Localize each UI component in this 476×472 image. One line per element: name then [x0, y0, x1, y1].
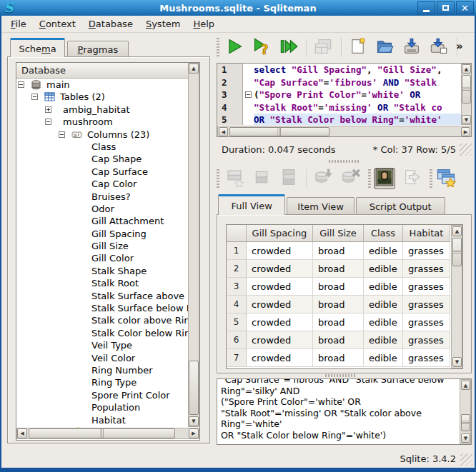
table-cell[interactable]: edible: [364, 260, 403, 278]
run-sql-button[interactable]: [224, 37, 245, 59]
row-number-cell[interactable]: 6: [227, 331, 247, 349]
tree-horizontal-scrollbar[interactable]: ◀ ▶: [16, 428, 199, 439]
table-cell[interactable]: crowded: [247, 331, 313, 349]
tree-header-database[interactable]: Database: [16, 63, 188, 79]
table-cell[interactable]: grasses: [403, 296, 450, 313]
menu-system[interactable]: System: [139, 16, 187, 31]
remove-row-button[interactable]: [251, 168, 272, 189]
explain-sql-button[interactable]: ?: [251, 37, 272, 59]
table-cell[interactable]: crowded: [247, 313, 313, 331]
row-number-cell[interactable]: 3: [227, 278, 247, 296]
tree-item-stalk-surface-below-r[interactable]: Stalk Surface below R: [16, 302, 188, 314]
run-all-sql-button[interactable]: [278, 37, 299, 59]
tree-item-tables-2-[interactable]: Tables (2): [16, 91, 188, 103]
collapse-icon[interactable]: [45, 119, 51, 125]
tree-vertical-scrollbar[interactable]: ▲ ▼: [188, 63, 199, 427]
tree-item-columns-23-[interactable]: aColumns (23): [16, 129, 188, 141]
tab-full-view[interactable]: Full View: [218, 194, 285, 215]
collapse-icon[interactable]: [59, 131, 65, 138]
tree-item-cap-surface[interactable]: Cap Surface: [16, 166, 188, 178]
table-scroll-thumb[interactable]: [452, 238, 462, 266]
tree-item-veil-color[interactable]: Veil Color: [16, 352, 188, 364]
tab-script-output[interactable]: Script Output: [356, 197, 445, 215]
editor-text-area[interactable]: select "Gill Spacing", "Gill Size","Cap …: [254, 64, 461, 125]
table-cell[interactable]: grasses: [403, 278, 450, 296]
editor-line[interactable]: OR "Stalk Color below Ring"='white': [254, 114, 461, 125]
editor-scroll-up-icon[interactable]: ▲: [462, 64, 471, 74]
menu-file[interactable]: File: [4, 16, 33, 31]
table-cell[interactable]: broad: [313, 349, 364, 367]
editor-line[interactable]: ("Spore Print Color"='white' OR: [254, 89, 461, 101]
tree-scroll-up-icon[interactable]: ▲: [189, 64, 199, 74]
results-table-body[interactable]: 1crowdedbroadediblegrasses2crowdedbroade…: [227, 242, 462, 367]
table-row[interactable]: 2crowdedbroadediblegrasses: [227, 260, 462, 278]
tree-hscroll-thumb[interactable]: [29, 428, 175, 438]
editor-scroll-down-icon[interactable]: ▼: [462, 115, 471, 124]
menu-context[interactable]: Context: [33, 16, 82, 31]
tree-item-cap-shape[interactable]: Cap Shape: [16, 153, 188, 165]
window-size-grip[interactable]: [460, 453, 472, 466]
rollback-transaction-button[interactable]: [339, 168, 361, 189]
row-number-cell[interactable]: 1: [227, 242, 247, 260]
row-number-cell[interactable]: 4: [227, 296, 247, 313]
editor-vertical-scrollbar[interactable]: ▲ ▼: [461, 64, 472, 125]
menu-help[interactable]: Help: [187, 16, 221, 31]
tree-scroll-thumb[interactable]: [189, 361, 199, 415]
tree-item-cap-color[interactable]: Cap Color: [16, 178, 188, 190]
table-scroll-up-icon[interactable]: ▲: [452, 226, 462, 236]
table-cell[interactable]: edible: [364, 296, 403, 313]
tree-item-stalk-color-below-ring[interactable]: Stalk Color below Ring: [16, 327, 188, 339]
tree-item-gill-size[interactable]: Gill Size: [16, 240, 188, 252]
log-scroll-down-icon[interactable]: ▼: [461, 433, 470, 443]
table-cell[interactable]: crowded: [247, 278, 313, 296]
tree-item-gill-spacing[interactable]: Gill Spacing: [16, 228, 188, 240]
editor-line[interactable]: "Stalk Root"='missing' OR "Stalk co: [254, 101, 461, 114]
column-header-class[interactable]: Class: [364, 225, 403, 242]
table-row[interactable]: 7crowdedbroadediblegrasses: [227, 349, 462, 367]
table-corner-cell[interactable]: [227, 225, 247, 242]
toolbar-handle[interactable]: [217, 169, 219, 188]
titlebar[interactable]: S Mushrooms.sqlite - Sqliteman ✕: [0, 0, 476, 16]
table-row[interactable]: 4crowdedbroadediblegrasses: [227, 296, 462, 313]
table-row[interactable]: 5crowdedbroadediblegrasses: [227, 313, 462, 331]
tree-item-gill-attachment[interactable]: Gill Attachment: [16, 215, 188, 227]
tree-item-gill-color[interactable]: Gill Color: [16, 252, 188, 264]
editor-horizontal-scrollbar[interactable]: ◀ ▶: [217, 126, 472, 137]
row-number-cell[interactable]: 5: [227, 313, 247, 331]
table-cell[interactable]: edible: [364, 331, 403, 349]
results-table-header[interactable]: Gill SpacingGill SizeClassHabitat: [227, 225, 462, 242]
table-cell[interactable]: edible: [364, 242, 403, 260]
table-cell[interactable]: grasses: [403, 260, 450, 278]
table-cell[interactable]: grasses: [403, 331, 450, 349]
tree-item-ring-type[interactable]: Ring Type: [16, 376, 188, 388]
tree-item-bruises-[interactable]: Bruises?: [16, 191, 188, 203]
populate-table-button[interactable]: [278, 168, 299, 189]
tree-item-stalk-root[interactable]: Stalk Root: [16, 277, 188, 289]
results-log-splitter[interactable]: [325, 374, 357, 377]
editor-line[interactable]: "Cap Surface"='fibrous' AND "Stalk: [254, 76, 461, 89]
editor-results-splitter[interactable]: [329, 160, 360, 163]
tree-item-habitat[interactable]: Habitat: [16, 414, 188, 426]
table-cell[interactable]: crowded: [247, 296, 313, 313]
save-file-button[interactable]: [401, 37, 422, 59]
message-log[interactable]: "Cap Surface"='fibrous' AND "Stalk Surfa…: [217, 378, 472, 445]
tree-scroll-down-icon[interactable]: ▼: [189, 416, 199, 426]
editor-scroll-right-icon[interactable]: ▶: [461, 127, 470, 136]
editor-line[interactable]: select "Gill Spacing", "Gill Size",: [254, 64, 461, 76]
expand-icon[interactable]: [45, 106, 51, 113]
log-scroll-up-icon[interactable]: ▲: [461, 381, 470, 390]
table-cell[interactable]: broad: [313, 260, 364, 278]
save-file-as-button[interactable]: [428, 37, 450, 59]
log-vertical-scrollbar[interactable]: ▲ ▼: [460, 379, 471, 444]
blob-preview-button[interactable]: [374, 168, 395, 189]
tree-item-stalk-color-above-ring[interactable]: Stalk color above Ring: [16, 314, 188, 326]
table-row[interactable]: 3crowdedbroadediblegrasses: [227, 278, 462, 296]
table-row[interactable]: 1crowdedbroadediblegrasses: [227, 242, 462, 260]
sql-editor[interactable]: 12345 select "Gill Spacing", "Gill Size"…: [217, 63, 472, 137]
tree-scroll-left-icon[interactable]: ◀: [17, 428, 27, 438]
tree-item-ring-number[interactable]: Ring Number: [16, 364, 188, 376]
commit-transaction-button[interactable]: [312, 168, 334, 189]
minimize-button[interactable]: [417, 1, 435, 14]
table-scroll-down-icon[interactable]: ▼: [452, 357, 462, 367]
table-cell[interactable]: grasses: [403, 313, 450, 331]
